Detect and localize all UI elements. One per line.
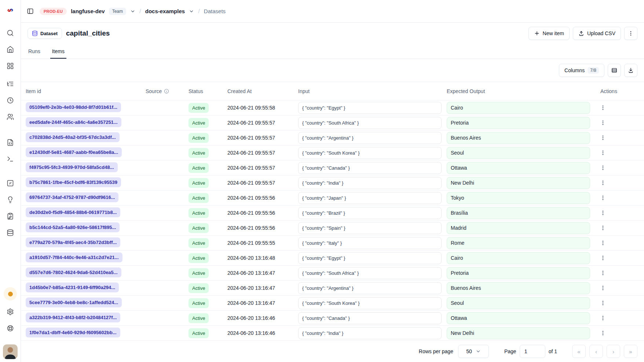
- kebab-menu-icon: [628, 30, 634, 36]
- dashboards-icon[interactable]: [4, 59, 17, 73]
- org-chevron-down-icon[interactable]: [130, 9, 135, 14]
- info-icon[interactable]: [164, 89, 169, 94]
- status-badge: Active: [189, 238, 209, 248]
- row-actions-menu-button[interactable]: [598, 163, 608, 173]
- row-actions-menu-button[interactable]: [598, 253, 608, 263]
- page-number-input[interactable]: [520, 345, 545, 358]
- environment-badge: PROD-EU: [40, 8, 67, 15]
- created-at-cell: 2024-06-21 09:55:57: [227, 120, 298, 126]
- status-badge: Active: [189, 313, 209, 323]
- settings-gear-icon[interactable]: [4, 305, 17, 318]
- prev-page-button[interactable]: ‹: [589, 345, 603, 358]
- item-id-badge[interactable]: 69764737-34af-4752-9787-d90df9616...: [26, 192, 118, 202]
- row-actions-menu-button[interactable]: [598, 238, 608, 248]
- item-id-badge[interactable]: a322b319-9412-4f43-b8f2-b20484127f...: [26, 313, 120, 322]
- item-id-badge[interactable]: c702838d-24d5-40a2-bf35-67dc3a3df...: [26, 132, 120, 142]
- page-of-label: of 1: [549, 348, 557, 354]
- row-actions-menu-button[interactable]: [598, 328, 608, 338]
- breadcrumb-separator: /: [198, 8, 200, 15]
- kebab-menu-icon: [600, 285, 606, 291]
- chevron-down-icon: [476, 349, 481, 354]
- item-id-badge[interactable]: de30d2e0-f5d9-4854-88b6-0619771b8...: [26, 207, 120, 217]
- dataset-type-badge: Dataset: [28, 28, 62, 39]
- input-cell: { "country": "South Korea" }: [298, 147, 442, 159]
- table-body: 05109ef0-2e3b-4e03-98dd-8f7d01b61f... Ac…: [21, 100, 644, 340]
- kebab-menu-icon: [600, 270, 606, 276]
- breadcrumb-section[interactable]: Datasets: [204, 8, 226, 14]
- row-actions-menu-button[interactable]: [598, 133, 608, 143]
- item-id-badge[interactable]: b75c7861-1fbe-45cf-bdf6-83f139c95539: [26, 177, 121, 187]
- org-type-badge: Team: [109, 8, 126, 15]
- row-actions-menu-button[interactable]: [598, 223, 608, 233]
- status-badge: Active: [189, 253, 209, 263]
- expected-output-cell: Pretoria: [447, 117, 590, 129]
- item-id-badge[interactable]: f4975c95-5fc3-4939-970d-58fa5cd48...: [26, 162, 118, 172]
- row-actions-menu-button[interactable]: [598, 208, 608, 218]
- row-actions-menu-button[interactable]: [598, 193, 608, 203]
- page-label: Page: [504, 348, 516, 354]
- row-actions-menu-button[interactable]: [598, 298, 608, 308]
- new-item-button[interactable]: New item: [528, 27, 570, 40]
- row-actions-menu-button[interactable]: [598, 103, 608, 113]
- item-id-badge[interactable]: a1910d57-7f84-440c-9e46-a31c2d7e21...: [26, 252, 122, 262]
- breadcrumb-project[interactable]: docs-examples: [145, 8, 185, 14]
- main-area: PROD-EU langfuse-dev Team / docs-example…: [21, 0, 644, 362]
- tracing-icon[interactable]: [4, 77, 17, 90]
- sessions-clock-icon[interactable]: [4, 94, 17, 107]
- datasets-database-icon[interactable]: [4, 226, 17, 239]
- row-actions-menu-button[interactable]: [598, 268, 608, 278]
- row-actions-menu-button[interactable]: [598, 178, 608, 188]
- status-indicator[interactable]: [4, 287, 17, 300]
- item-id-badge[interactable]: 5cee7779-3e00-4eb8-be8c-1affedd524...: [26, 298, 122, 307]
- item-id-badge[interactable]: 05109ef0-2e3b-4e03-98dd-8f7d01b61f...: [26, 102, 121, 112]
- prompts-file-icon[interactable]: [4, 136, 17, 149]
- user-avatar[interactable]: [3, 344, 18, 359]
- rows-per-page-select[interactable]: 50: [458, 345, 489, 358]
- tab-runs[interactable]: Runs: [26, 44, 42, 59]
- project-chevron-down-icon[interactable]: [189, 9, 194, 14]
- kebab-menu-icon: [600, 180, 606, 186]
- annotation-clipboard-pen-icon[interactable]: [4, 210, 17, 223]
- upload-csv-button[interactable]: Upload CSV: [573, 27, 621, 40]
- expected-output-cell: Rome: [447, 237, 590, 249]
- table-row: a322b319-9412-4f43-b8f2-b20484127f... Ac…: [21, 310, 644, 325]
- home-icon[interactable]: [4, 43, 17, 56]
- item-id-badge[interactable]: e12430df-5e81-4687-aabb-f0ea65be8a...: [26, 147, 122, 157]
- item-id-badge[interactable]: 1f0e7da1-dbff-4e60-929d-f6095602bb...: [26, 328, 120, 337]
- users-icon[interactable]: [4, 110, 17, 123]
- export-download-button[interactable]: [624, 64, 637, 77]
- evaluation-percent-icon[interactable]: [4, 177, 17, 190]
- langfuse-logo-icon[interactable]: [4, 4, 17, 17]
- sidebar-toggle-icon[interactable]: [25, 6, 36, 17]
- table-row: c702838d-24d5-40a2-bf35-67dc3a3df... Act…: [21, 130, 644, 145]
- playground-terminal-icon[interactable]: [4, 152, 17, 166]
- col-header-actions: Actions: [595, 88, 644, 94]
- row-actions-menu-button[interactable]: [598, 283, 608, 293]
- created-at-cell: 2024-06-20 13:16:48: [227, 255, 298, 261]
- item-id-badge[interactable]: e779a270-579a-4f45-aec4-35b72d3bff...: [26, 237, 120, 247]
- first-page-button[interactable]: «: [572, 345, 586, 358]
- tab-items[interactable]: Items: [50, 44, 66, 59]
- row-actions-menu-button[interactable]: [598, 118, 608, 128]
- search-icon[interactable]: [4, 26, 17, 40]
- created-at-cell: 2024-06-20 13:16:46: [227, 315, 298, 321]
- item-id-badge[interactable]: eed5dafe-244f-465c-a84c-4a6e357251...: [26, 117, 121, 127]
- status-badge: Active: [189, 298, 209, 308]
- row-actions-menu-button[interactable]: [598, 313, 608, 323]
- kebab-menu-icon: [600, 330, 606, 336]
- columns-button[interactable]: Columns 7/8: [559, 64, 604, 77]
- row-actions-menu-button[interactable]: [598, 148, 608, 158]
- support-lifebuoy-icon[interactable]: [4, 322, 17, 335]
- item-id-badge[interactable]: 1d45b0e7-b85a-4231-9149-6ff90a294...: [26, 282, 119, 292]
- item-id-badge[interactable]: b5c144cd-52a5-4a80-926e-58617f895...: [26, 222, 120, 232]
- row-height-button[interactable]: [608, 64, 621, 77]
- item-id-badge[interactable]: d557e7d6-7802-4624-9da6-52d410ea5...: [26, 267, 121, 277]
- page-more-menu-button[interactable]: [624, 27, 637, 40]
- last-page-button[interactable]: »: [624, 345, 637, 358]
- next-page-button[interactable]: ›: [607, 345, 620, 358]
- input-cell: { "country": "Argentina" }: [298, 282, 442, 294]
- table-header-row: Item id Source Status Created At Input E…: [21, 82, 644, 100]
- database-icon: [32, 30, 38, 36]
- insights-lightbulb-icon[interactable]: [4, 193, 17, 206]
- breadcrumb-org[interactable]: langfuse-dev: [71, 8, 105, 14]
